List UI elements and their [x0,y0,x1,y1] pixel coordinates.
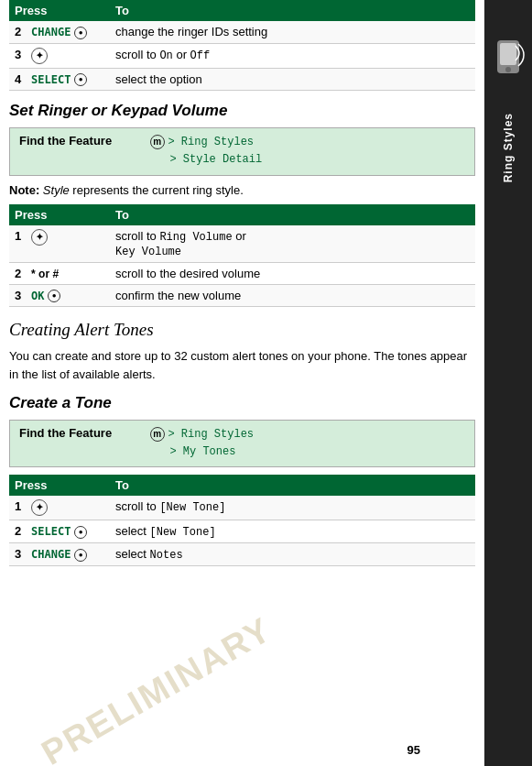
row2-action: CHANGE [31,26,71,38]
s1r1-number: 1 [15,229,21,243]
svg-point-2 [505,67,511,72]
row4-action: SELECT [31,73,71,86]
feature-path-1: > Ring Styles > Style Detail [150,136,262,166]
press-cell: 2 * or # [9,262,110,284]
section2-heading: Creating Alert Tones [9,320,475,340]
row4-circle: ● [74,73,87,86]
s1-table-header-to: To [110,204,475,225]
to-cell: select [New Tone] [110,520,475,543]
find-feature-label-1: Find the Feature [19,134,112,148]
find-feature-box-2: Find the Feature m > Ring Styles > My To… [9,420,475,467]
right-sidebar: Ring Styles [484,0,532,766]
press-cell: 3 OK ● [9,284,110,307]
top-table-header-to: To [110,0,475,21]
press-cell: 1 ✦ [9,496,110,520]
find-feature-box-1: Find the Feature m > Ring Styles > Style… [9,127,475,175]
s2r2-circle: ● [74,526,87,539]
to-cell: scroll to [New Tone] [110,496,475,520]
s2r1-number: 1 [15,500,21,514]
row2-number: 2 [15,25,21,38]
to-cell: scroll to Ring Volume orKey Volume [110,225,475,263]
s2r1-nav-icon: ✦ [31,499,48,516]
press-cell: 2 SELECT ● [9,520,110,543]
table-row: 3 OK ● confirm the new volume [9,284,475,307]
table-row: 2 SELECT ● select [New Tone] [9,520,475,543]
to-cell: scroll to the desired volume [110,262,475,284]
menu-icon-1: m [150,135,165,149]
table-row: 3 ✦ scroll to On or Off [9,43,475,68]
top-table: Press To 2 CHANGE ● change the ringer ID… [9,0,475,91]
watermark: PRELIMINARY [35,609,278,766]
section2-table: Press To 1 ✦ scroll to [New Tone] 2 [9,475,475,566]
s2r3-number: 3 [15,547,21,561]
to-cell: change the ringer IDs setting [110,21,475,43]
s2r3-action: CHANGE [31,548,71,561]
section1-table: Press To 1 ✦ scroll to Ring Volume orKey… [9,204,475,308]
table-row: 3 CHANGE ● select Notes [9,543,475,566]
svg-rect-1 [500,43,516,65]
s1r1-nav-icon: ✦ [31,229,48,246]
table-row: 1 ✦ scroll to Ring Volume orKey Volume [9,225,475,263]
table-row: 1 ✦ scroll to [New Tone] [9,496,475,520]
note-content: Style represents the current ring style. [43,183,244,197]
s2r2-number: 2 [15,524,21,538]
row2-circle: ● [74,27,87,39]
note-text: Note: Style represents the current ring … [9,183,475,197]
subsection-heading: Create a Tone [9,394,475,412]
table-row: 2 CHANGE ● change the ringer IDs setting [9,21,475,43]
s2r3-circle: ● [74,549,87,562]
press-cell: 3 ✦ [9,43,110,68]
bell-icon [492,37,525,85]
to-cell: select the option [110,68,475,91]
s2-table-header-to: To [110,475,475,496]
row3-nav-icon: ✦ [31,48,48,64]
s2-table-header-press: Press [9,475,110,496]
s1r2-icons: * or # [31,268,59,280]
s1r2-number: 2 [15,267,21,280]
top-table-header-press: Press [9,0,110,21]
table-row: 2 * or # scroll to the desired volume [9,262,475,284]
s1r3-circle: ● [48,290,60,302]
to-cell: confirm the new volume [110,284,475,307]
s1-table-header-press: Press [9,204,110,225]
table-row: 4 SELECT ● select the option [9,68,475,91]
row4-number: 4 [15,72,21,86]
feature-path-2: > Ring Styles > My Tones [150,428,254,458]
to-cell: select Notes [110,543,475,566]
menu-icon-2: m [150,427,165,442]
page-number: 95 [407,743,420,757]
press-cell: 1 ✦ [9,225,110,263]
sidebar-label: Ring Styles [502,113,515,182]
s1r3-action: OK [31,290,44,302]
to-cell: scroll to On or Off [110,43,475,68]
find-feature-label-2: Find the Feature [19,426,112,440]
press-cell: 4 SELECT ● [9,68,110,91]
section2-description: You can create and store up to 32 custom… [9,347,475,383]
note-label: Note: [9,183,39,197]
s1r3-number: 3 [15,289,21,302]
press-cell: 3 CHANGE ● [9,543,110,566]
row3-number: 3 [15,48,21,61]
s2r2-action: SELECT [31,525,71,538]
section1-heading: Set Ringer or Keypad Volume [9,102,475,120]
press-cell: 2 CHANGE ● [9,21,110,43]
